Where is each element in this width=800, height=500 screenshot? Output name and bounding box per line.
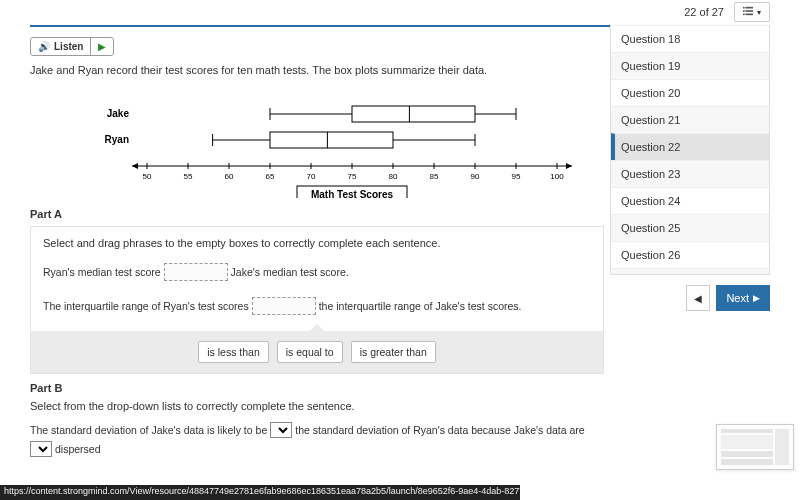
svg-text:85: 85	[430, 172, 439, 181]
question-nav-item[interactable]: Question 19	[611, 52, 769, 79]
svg-text:90: 90	[471, 172, 480, 181]
svg-text:Jake: Jake	[107, 108, 130, 119]
listen-label: Listen	[54, 41, 83, 52]
drag-chip[interactable]: is equal to	[277, 341, 343, 363]
drag-chip[interactable]: is less than	[198, 341, 269, 363]
question-nav-item[interactable]: Question 21	[611, 106, 769, 133]
svg-text:Ryan: Ryan	[105, 134, 129, 145]
svg-rect-0	[743, 7, 745, 9]
drag-chip[interactable]: is greater than	[351, 341, 436, 363]
part-b-title: Part B	[30, 382, 604, 394]
part-a-instructions: Select and drag phrases to the empty box…	[43, 237, 591, 249]
svg-text:70: 70	[307, 172, 316, 181]
listen-button[interactable]: 🔊 Listen	[31, 38, 91, 55]
question-content: 🔊 Listen ▶ Jake and Ryan record their te…	[30, 25, 610, 480]
list-icon	[743, 6, 753, 18]
position-indicator: 22 of 27	[684, 6, 724, 18]
svg-rect-4	[743, 14, 745, 16]
svg-rect-43	[270, 132, 393, 148]
question-nav-item[interactable]: Question 18	[611, 25, 769, 52]
drag-source-bar: is less thanis equal tois greater than	[31, 331, 603, 373]
partb-mid: the standard deviation of Ryan's data be…	[295, 424, 584, 436]
question-nav-item[interactable]: Question 27	[611, 268, 769, 275]
sentence-2: The interquartile range of Ryan's test s…	[43, 297, 591, 315]
svg-text:Math Test Scores: Math Test Scores	[311, 189, 393, 198]
question-sidebar: Question 18Question 19Question 20Questio…	[610, 25, 770, 311]
chevron-down-icon: ▾	[757, 8, 761, 17]
svg-marker-8	[566, 163, 572, 169]
browser-status-bar: https://content.strongmind.com/View/reso…	[0, 485, 520, 500]
dropdown-1[interactable]	[270, 422, 292, 438]
boxplot-chart: 50556065707580859095100JakeRyanMath Test…	[30, 88, 604, 198]
svg-rect-2	[743, 10, 745, 12]
part-b-instructions: Select from the drop-down lists to corre…	[30, 400, 604, 412]
svg-rect-3	[746, 10, 754, 12]
svg-text:55: 55	[184, 172, 193, 181]
svg-marker-7	[132, 163, 138, 169]
page-thumbnail[interactable]	[716, 424, 794, 470]
next-label: Next	[726, 292, 749, 304]
svg-text:100: 100	[550, 172, 564, 181]
svg-text:50: 50	[143, 172, 152, 181]
prev-button[interactable]: ◀	[686, 285, 710, 311]
partb-after: dispersed	[55, 443, 101, 455]
part-b-sentence: The standard deviation of Jake's data is…	[30, 422, 604, 457]
svg-text:75: 75	[348, 172, 357, 181]
sentence-2-after: the interquartile range of Jake's test s…	[319, 300, 522, 312]
listen-widget: 🔊 Listen ▶	[30, 37, 114, 56]
dropdown-2[interactable]	[30, 441, 52, 457]
part-a-title: Part A	[30, 208, 604, 220]
part-a-panel: Select and drag phrases to the empty box…	[30, 226, 604, 374]
question-list-toggle[interactable]: ▾	[734, 2, 770, 22]
svg-text:95: 95	[512, 172, 521, 181]
svg-text:80: 80	[389, 172, 398, 181]
question-nav-item[interactable]: Question 22	[611, 133, 769, 160]
sentence-1-after: Jake's median test score.	[231, 266, 349, 278]
question-list[interactable]: Question 18Question 19Question 20Questio…	[610, 25, 770, 275]
partb-before: The standard deviation of Jake's data is…	[30, 424, 267, 436]
sentence-1: Ryan's median test score Jake's median t…	[43, 263, 591, 281]
svg-rect-1	[746, 7, 754, 9]
svg-rect-36	[352, 106, 475, 122]
question-nav-item[interactable]: Question 20	[611, 79, 769, 106]
question-nav-item[interactable]: Question 24	[611, 187, 769, 214]
drop-target-2[interactable]	[252, 297, 316, 315]
chevron-right-icon: ▶	[753, 293, 760, 303]
question-nav-item[interactable]: Question 23	[611, 160, 769, 187]
svg-text:65: 65	[266, 172, 275, 181]
drop-target-1[interactable]	[164, 263, 228, 281]
question-nav-item[interactable]: Question 26	[611, 241, 769, 268]
sentence-2-before: The interquartile range of Ryan's test s…	[43, 300, 249, 312]
question-intro: Jake and Ryan record their test scores f…	[30, 64, 604, 76]
play-button[interactable]: ▶	[91, 38, 113, 55]
next-button[interactable]: Next ▶	[716, 285, 770, 311]
sentence-1-before: Ryan's median test score	[43, 266, 161, 278]
speaker-icon: 🔊	[38, 41, 50, 52]
svg-rect-5	[746, 14, 754, 16]
question-nav-item[interactable]: Question 25	[611, 214, 769, 241]
svg-text:60: 60	[225, 172, 234, 181]
